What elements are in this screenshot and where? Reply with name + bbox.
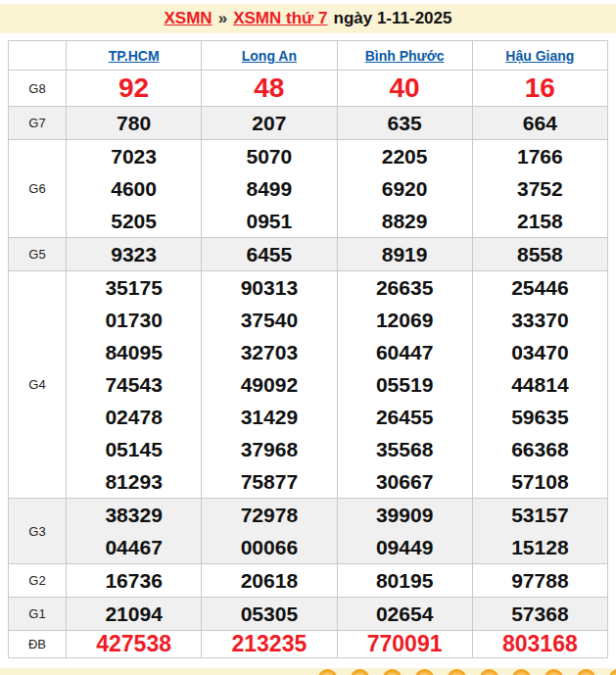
prize-numbers-cell: 02654 bbox=[337, 598, 472, 631]
prize-number: 84095 bbox=[67, 336, 201, 368]
prize-row-G6: G670234600520550708499095122056920882917… bbox=[9, 140, 608, 238]
prize-numbers-cell: 3832904467 bbox=[67, 499, 202, 564]
prize-number: 60447 bbox=[338, 336, 472, 368]
prize-numbers-cell: 664 bbox=[472, 107, 607, 140]
prize-number: 32703 bbox=[202, 336, 336, 368]
prize-numbers-cell: 207 bbox=[202, 107, 337, 140]
prize-number: 25446 bbox=[473, 271, 607, 304]
prize-number: 75877 bbox=[202, 465, 336, 498]
prize-numbers-cell: 6455 bbox=[202, 238, 337, 271]
prize-number: 16 bbox=[473, 71, 607, 106]
province-link-b-nh-ph-c[interactable]: Bình Phước bbox=[365, 48, 445, 64]
lottery-ball-icon bbox=[577, 669, 595, 675]
prize-number: 635 bbox=[338, 107, 472, 139]
prize-number: 53157 bbox=[473, 499, 607, 531]
prize-number: 8919 bbox=[338, 238, 472, 270]
prize-number: 66368 bbox=[473, 433, 607, 465]
title-separator: » bbox=[218, 9, 227, 28]
prize-number: 33370 bbox=[473, 304, 607, 336]
province-header: TP.HCM bbox=[67, 41, 202, 71]
prize-number: 81293 bbox=[67, 465, 201, 498]
prize-numbers-cell: 7297800066 bbox=[202, 499, 337, 564]
prize-number: 02654 bbox=[338, 598, 472, 630]
prize-number: 12069 bbox=[338, 304, 472, 336]
prize-label: G5 bbox=[9, 238, 67, 271]
prize-numbers-cell: 20618 bbox=[202, 564, 337, 598]
prize-number: 7023 bbox=[67, 140, 201, 172]
prize-number: 30667 bbox=[338, 465, 472, 498]
prize-number: 74543 bbox=[67, 368, 201, 401]
prize-number: 6455 bbox=[202, 238, 336, 270]
xsmn-weekday-link[interactable]: XSMN thứ 7 bbox=[233, 9, 327, 28]
prize-number: 26455 bbox=[338, 401, 472, 433]
prize-numbers-cell: 26635120696044705519264553556830667 bbox=[337, 271, 472, 499]
prize-number: 213235 bbox=[202, 631, 336, 657]
prize-numbers-cell: 57368 bbox=[472, 598, 607, 631]
prize-numbers-cell: 16736 bbox=[67, 564, 202, 598]
prize-number: 8558 bbox=[473, 238, 607, 270]
lottery-ball-icon bbox=[512, 669, 531, 675]
prize-number: 803168 bbox=[473, 631, 607, 657]
lottery-ball-icon bbox=[609, 669, 616, 675]
prize-number: 2158 bbox=[473, 205, 607, 237]
prize-number: 04467 bbox=[67, 531, 201, 563]
prize-numbers-cell: 220569208829 bbox=[337, 140, 472, 238]
prize-label: G6 bbox=[9, 140, 67, 238]
prize-numbers-cell: 05305 bbox=[202, 598, 337, 631]
prize-number: 59635 bbox=[473, 401, 607, 433]
prize-number: 97788 bbox=[473, 564, 607, 597]
prize-number: 03470 bbox=[473, 336, 607, 368]
prize-number: 05145 bbox=[67, 433, 201, 465]
prize-number: 0951 bbox=[202, 205, 336, 237]
prize-number: 2205 bbox=[338, 140, 472, 172]
prize-number: 4600 bbox=[67, 172, 201, 205]
prize-numbers-cell: 9323 bbox=[67, 238, 202, 271]
prize-numbers-cell: 702346005205 bbox=[67, 140, 202, 238]
prize-label: G8 bbox=[9, 71, 67, 107]
prize-numbers-cell: 40 bbox=[337, 71, 472, 107]
lottery-ball-icon bbox=[545, 669, 563, 675]
lottery-ball-icon bbox=[383, 669, 402, 675]
prize-row-ĐB: ĐB427538213235770091803168 bbox=[9, 631, 608, 658]
prize-numbers-cell: 35175017308409574543024780514581293 bbox=[67, 271, 202, 499]
province-header: Hậu Giang bbox=[472, 41, 607, 71]
prize-number: 00066 bbox=[202, 531, 336, 563]
results-table: TP.HCMLong AnBình PhướcHậu Giang G892484… bbox=[8, 40, 608, 658]
prize-number: 780 bbox=[67, 107, 201, 139]
province-link-tp-hcm[interactable]: TP.HCM bbox=[109, 48, 160, 64]
prize-number: 1766 bbox=[473, 140, 607, 172]
xsmn-link[interactable]: XSMN bbox=[165, 9, 213, 28]
page-title: XSMN » XSMN thứ 7 ngày 1-11-2025 bbox=[0, 4, 616, 33]
prize-number: 02478 bbox=[67, 401, 201, 433]
prize-numbers-cell: 97788 bbox=[472, 564, 607, 598]
prize-number: 92 bbox=[67, 71, 201, 106]
prize-number: 207 bbox=[202, 107, 336, 139]
prize-number: 5205 bbox=[67, 205, 201, 237]
prize-number: 21094 bbox=[67, 598, 201, 630]
lottery-ball-icon bbox=[318, 669, 337, 675]
prize-number: 44814 bbox=[473, 368, 607, 401]
prize-number: 01730 bbox=[67, 304, 201, 336]
prize-label: G2 bbox=[9, 564, 67, 598]
prize-number: 49092 bbox=[202, 368, 336, 401]
prize-number: 48 bbox=[202, 71, 336, 106]
prize-numbers-cell: 21094 bbox=[67, 598, 202, 631]
prize-number: 427538 bbox=[67, 631, 201, 657]
province-link-long-an[interactable]: Long An bbox=[242, 48, 297, 64]
prize-numbers-cell: 90313375403270349092314293796875877 bbox=[202, 271, 337, 499]
province-header: Long An bbox=[202, 41, 337, 71]
province-header: Bình Phước bbox=[337, 41, 472, 71]
province-link-h-u-giang[interactable]: Hậu Giang bbox=[505, 48, 574, 64]
prize-numbers-cell: 16 bbox=[472, 71, 607, 107]
prize-number: 05519 bbox=[338, 368, 472, 401]
prize-number: 8499 bbox=[202, 172, 336, 205]
prize-number: 35175 bbox=[67, 271, 201, 304]
prize-row-G4: G435175017308409574543024780514581293903… bbox=[9, 271, 608, 499]
lottery-ball-icon bbox=[415, 669, 434, 675]
prize-row-G1: G121094053050265457368 bbox=[9, 598, 608, 631]
title-date: ngày 1-11-2025 bbox=[334, 9, 452, 28]
prize-label: G1 bbox=[9, 598, 67, 631]
header-row: TP.HCMLong AnBình PhướcHậu Giang bbox=[9, 41, 608, 71]
prize-number: 3752 bbox=[473, 172, 607, 205]
prize-numbers-cell: 48 bbox=[202, 71, 337, 107]
